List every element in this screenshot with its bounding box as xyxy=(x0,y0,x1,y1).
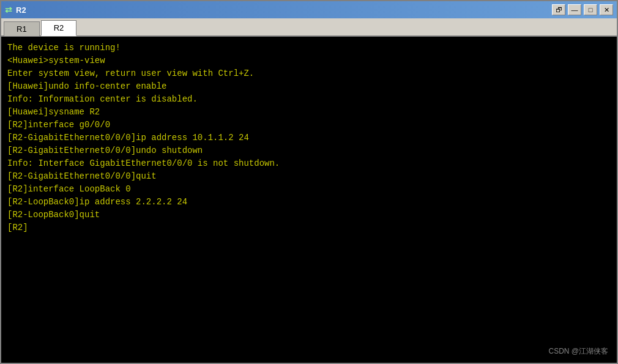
terminal-area[interactable]: The device is running!<Huawei>system-vie… xyxy=(1,37,617,363)
title-bar-left: ⇄ R2 xyxy=(5,5,26,15)
main-window: ⇄ R2 🗗 — □ ✕ R1 R2 The device is r xyxy=(0,0,618,364)
tab-r2[interactable]: R2 xyxy=(41,20,77,36)
window-title: R2 xyxy=(16,6,26,15)
minimize-button[interactable]: — xyxy=(568,4,581,15)
close-button[interactable]: ✕ xyxy=(600,4,613,15)
maximize-button[interactable]: □ xyxy=(584,4,597,15)
tab-r1[interactable]: R1 xyxy=(4,21,40,36)
title-bar-buttons: 🗗 — □ ✕ xyxy=(552,4,613,15)
title-bar: ⇄ R2 🗗 — □ ✕ xyxy=(1,1,617,18)
restore-button[interactable]: 🗗 xyxy=(552,4,565,15)
terminal-content: The device is running!<Huawei>system-vie… xyxy=(7,42,611,234)
tabs-bar: R1 R2 xyxy=(1,18,617,37)
app-icon: ⇄ xyxy=(5,5,12,15)
watermark: CSDN @江湖侠客 xyxy=(548,346,608,357)
